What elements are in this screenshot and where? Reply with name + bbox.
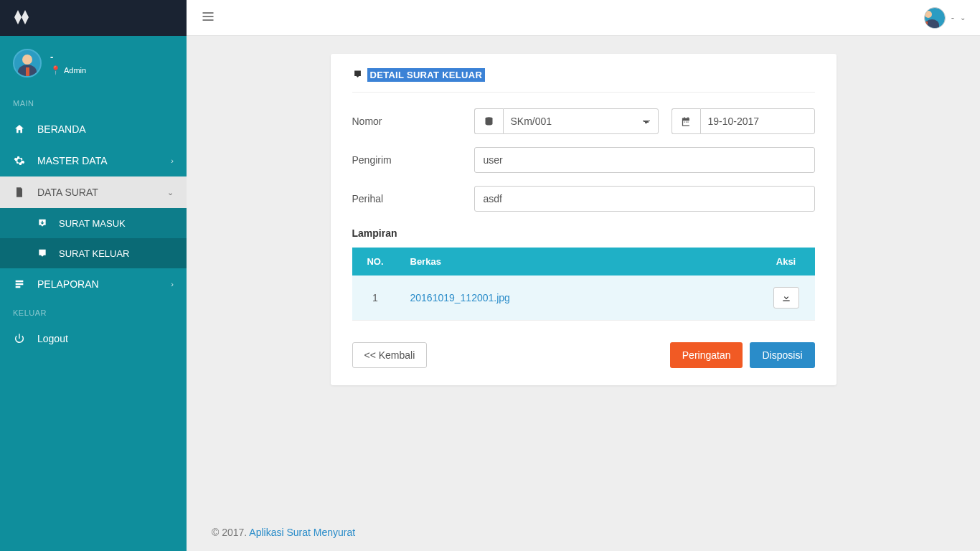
nomor-select[interactable]: SKm/001 xyxy=(503,108,659,134)
gear-icon xyxy=(13,155,26,166)
user-role-text: Admin xyxy=(64,66,86,75)
nav-label: SURAT MASUK xyxy=(59,218,126,229)
nav-label: BERANDA xyxy=(37,123,86,135)
nav-label: Logout xyxy=(37,333,68,344)
file-link[interactable]: 20161019_112001.jpg xyxy=(410,292,510,303)
outbox-icon xyxy=(36,248,49,259)
nav-beranda[interactable]: BERANDA xyxy=(0,113,187,145)
peringatan-button[interactable]: Peringatan xyxy=(670,342,743,368)
power-icon xyxy=(13,333,26,344)
avatar-icon xyxy=(13,49,42,77)
report-icon xyxy=(13,278,26,290)
nav-master-data[interactable]: MASTER DATA › xyxy=(0,145,187,176)
chevron-right-icon: › xyxy=(171,280,174,288)
home-icon xyxy=(13,123,26,135)
nav-section-main: MAIN xyxy=(0,90,187,113)
database-icon xyxy=(474,108,503,134)
th-no: NO. xyxy=(352,248,399,276)
nav-label: MASTER DATA xyxy=(37,155,108,166)
user-role: 📍 Admin xyxy=(50,65,86,75)
nav-logout[interactable]: Logout xyxy=(0,323,187,354)
inbox-icon xyxy=(36,217,49,229)
footer: © 2017. Aplikasi Surat Menyurat xyxy=(187,514,980,551)
tanggal-input[interactable] xyxy=(700,108,815,134)
upload-icon xyxy=(352,69,363,82)
avatar-icon xyxy=(924,7,946,29)
nav-data-surat-sub: SURAT MASUK SURAT KELUAR xyxy=(0,208,187,268)
topbar: - ⌄ xyxy=(187,0,980,36)
detail-panel: DETAIL SURAT KELUAR Nomor SKm/001 xyxy=(331,54,837,385)
user-name: - xyxy=(50,52,86,62)
chevron-right-icon: › xyxy=(171,156,174,165)
sidebar-user: - 📍 Admin xyxy=(0,36,187,90)
menu-toggle-button[interactable] xyxy=(201,9,215,26)
th-berkas: Berkas xyxy=(399,248,758,276)
label-nomor: Nomor xyxy=(352,116,474,127)
table-row: 1 20161019_112001.jpg xyxy=(352,276,815,321)
panel-title: DETAIL SURAT KELUAR xyxy=(367,68,486,82)
nav-pelaporan[interactable]: PELAPORAN › xyxy=(0,268,187,300)
document-icon xyxy=(13,187,26,198)
nav-label: DATA SURAT xyxy=(37,187,98,198)
nav-surat-keluar[interactable]: SURAT KELUAR xyxy=(0,238,187,268)
download-button[interactable] xyxy=(773,287,799,309)
th-aksi: Aksi xyxy=(758,248,815,276)
lampiran-table: NO. Berkas Aksi 1 20161019_112001.jpg xyxy=(352,248,815,321)
chevron-down-icon: ⌄ xyxy=(167,188,174,197)
logo-icon xyxy=(13,9,30,28)
cell-no: 1 xyxy=(352,276,399,321)
disposisi-button[interactable]: Disposisi xyxy=(750,342,814,368)
nav-surat-masuk[interactable]: SURAT MASUK xyxy=(0,208,187,238)
label-pengirim: Pengirim xyxy=(352,154,474,166)
topbar-user-menu[interactable]: - ⌄ xyxy=(924,7,966,29)
chevron-down-icon: ⌄ xyxy=(960,14,966,22)
back-button[interactable]: << Kembali xyxy=(352,342,428,368)
footer-year: © 2017. xyxy=(212,527,249,538)
logo-bar xyxy=(0,0,187,36)
calendar-icon xyxy=(672,108,700,134)
location-pin-icon: 📍 xyxy=(50,65,61,75)
nav-label: PELAPORAN xyxy=(37,278,99,290)
pengirim-input[interactable] xyxy=(474,147,815,173)
label-perihal: Perihal xyxy=(352,193,474,204)
nav-label: SURAT KELUAR xyxy=(59,248,130,259)
nav-data-surat[interactable]: DATA SURAT ⌄ xyxy=(0,176,187,208)
topbar-user-label: - xyxy=(951,12,954,23)
sidebar: - 📍 Admin MAIN BERANDA MASTER DATA › DAT… xyxy=(0,0,187,551)
footer-app-link[interactable]: Aplikasi Surat Menyurat xyxy=(249,527,355,538)
nav-section-keluar: KELUAR xyxy=(0,300,187,323)
lampiran-label: Lampiran xyxy=(352,227,815,239)
perihal-input[interactable] xyxy=(474,186,815,212)
